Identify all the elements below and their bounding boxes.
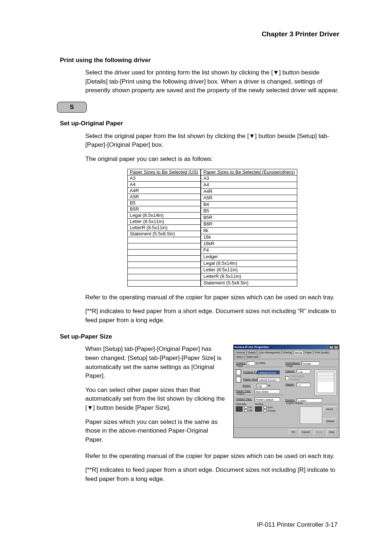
section3-para5: [**R] indicates to feed paper from a sho… [85, 466, 339, 483]
table-cell: A5R [201, 195, 297, 201]
table-cell: 16kR [201, 240, 297, 247]
table-row: B4 [201, 201, 297, 208]
table-cell: B6R [201, 221, 297, 227]
section3-para3: Paper sizes which you can select is the … [85, 418, 227, 445]
staple-label: Staple: [285, 383, 295, 386]
table-row: F4 [201, 247, 297, 254]
about-button[interactable]: About [324, 406, 337, 413]
tab-color-management[interactable]: Color Management [257, 350, 282, 355]
output-tray-select[interactable]: Printer's default [254, 397, 280, 401]
table-cell [127, 280, 201, 286]
table-cell [127, 243, 201, 249]
table-row [127, 243, 201, 249]
table-row: A3 [201, 175, 297, 182]
layout-label: Layout: [285, 370, 295, 373]
properties-dialog-figure: Konica IP-011 Properties ? × GeneralDeta… [233, 345, 339, 438]
table-row: 8k [201, 227, 297, 234]
zoom-label: Zoom: [242, 384, 256, 388]
table-cell: Letter (8.5x11in) [127, 218, 201, 224]
sort-label: Sort [268, 405, 273, 409]
output-tray-label: Output Tray: [236, 398, 253, 401]
tab-set-up[interactable]: Set-up [293, 351, 304, 355]
table-cell: 16k [201, 234, 297, 240]
tab-general[interactable]: General [234, 350, 246, 355]
table-row: B5 [201, 208, 297, 214]
output-group-legend: Output [236, 393, 245, 396]
table-row [127, 249, 201, 255]
section2-para1: Select the original paper from the list … [85, 132, 339, 150]
table-row: Ledger [201, 254, 297, 260]
table-cell: A4 [127, 181, 201, 187]
sort-radio[interactable] [264, 406, 267, 409]
staple-select[interactable]: Off [297, 383, 310, 387]
tab-watermark[interactable]: Watermark [245, 355, 260, 359]
table-row: A4R [127, 187, 201, 194]
alternate-off-radio[interactable] [244, 409, 248, 412]
table-cell: B5R [201, 214, 297, 221]
table-row: Letter (8.5x11in) [201, 267, 297, 273]
heading-original-paper: Set up-Original Paper [60, 119, 339, 128]
border-checkbox[interactable] [285, 376, 289, 380]
table-cell: Legal (8.5x14in) [201, 260, 297, 267]
section2-para2: The original paper you can select is as … [85, 155, 339, 164]
table-row: Legal (8.5x14in) [127, 212, 201, 218]
help-icon[interactable]: ? [329, 345, 334, 349]
alternate-on-label: On [248, 405, 252, 409]
konica-properties-dialog: Konica IP-011 Properties ? × GeneralDeta… [233, 345, 339, 438]
section3-para2: You can select other paper sizes than th… [85, 386, 227, 413]
close-icon[interactable]: × [334, 345, 338, 349]
layout-preview [314, 369, 337, 396]
table-row: LetterR (8.5x11in) [127, 224, 201, 231]
table-cell: B5 [127, 200, 201, 206]
paper-size-tables: Paper Sizes to Be Selected (US) A3A4A4RA… [85, 169, 339, 287]
copies-input[interactable]: 1 [247, 361, 255, 365]
orientation-select[interactable]: Portrait [301, 361, 319, 365]
paper-group-legend: Paper [236, 365, 244, 368]
page-footer: IP-011 Printer Controller 3-17 [257, 520, 338, 530]
table-row: Statement (5.5x8.5in) [201, 280, 297, 286]
layout-select[interactable]: 1-up [297, 369, 310, 373]
table-cell: LetterR (8.5x11in) [127, 224, 201, 231]
table-row [127, 280, 201, 286]
table-row: LetterR (8.5x11in) [201, 273, 297, 280]
default-button[interactable]: Default [324, 418, 337, 425]
table-row: Legal (8.5x14in) [201, 260, 297, 267]
section2-para3: Refer to the operating manual of the cop… [85, 293, 339, 302]
table-row: Letter (8.5x11in) [127, 218, 201, 224]
ok-button[interactable]: OK [289, 429, 298, 436]
paper-tray-select[interactable]: Auto Select [254, 389, 280, 393]
index-letter-badge: S [57, 102, 87, 113]
table-row [127, 262, 201, 268]
tab-print-quality[interactable]: Print Quality [313, 350, 330, 355]
group-label: Group [268, 409, 275, 412]
tab-option[interactable]: Option [234, 355, 245, 359]
table-row: A4 [127, 181, 201, 187]
zoom-input[interactable]: 100 [257, 384, 267, 388]
table-cell: Legal (8.5x14in) [127, 212, 201, 218]
group-radio[interactable] [264, 409, 267, 412]
table-cell: A4 [201, 182, 297, 188]
tab-paper[interactable]: Paper [304, 350, 314, 355]
alternate-on-radio[interactable] [244, 406, 248, 409]
original-paper-icon [236, 369, 241, 375]
table-row: B5R [127, 206, 201, 212]
original-paper-label: Original Paper: [243, 371, 256, 374]
heading-paper-size: Set up-Paper Size [60, 332, 339, 341]
help-button[interactable]: Help [327, 429, 337, 436]
tab-sharing[interactable]: Sharing [282, 350, 293, 355]
zoom-unit: % [268, 384, 270, 388]
table-cell: A3 [127, 175, 201, 181]
apply-button[interactable]: Apply [314, 429, 325, 436]
section2-para4: [**R] indicates to feed paper from a sho… [85, 307, 339, 325]
table-cell: A5R [127, 194, 201, 200]
paper-size-select[interactable]: Letter(8.5x11in) [257, 378, 280, 382]
cancel-button[interactable]: Cancel [299, 429, 312, 436]
heading-print-driver: Print using the following driver [60, 56, 339, 65]
table-cell: F4 [201, 247, 297, 254]
original-paper-select[interactable]: Letter(8.5x11in) [257, 370, 280, 374]
table-row: A4 [201, 182, 297, 188]
table-cell [127, 255, 201, 262]
table-row: B5 [127, 200, 201, 206]
tab-details[interactable]: Details [246, 350, 257, 355]
table-row [127, 255, 201, 262]
